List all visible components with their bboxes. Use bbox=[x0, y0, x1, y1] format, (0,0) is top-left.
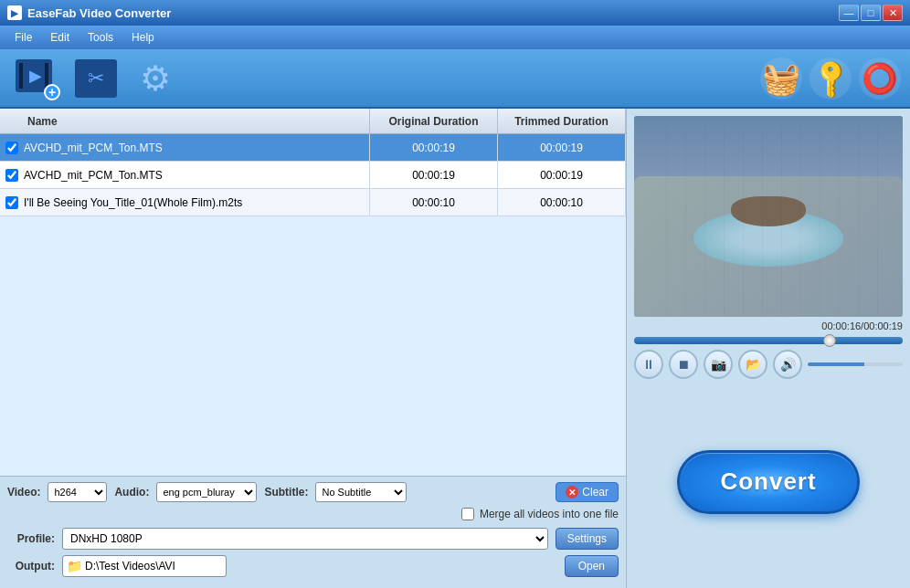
window-controls: — □ ✕ bbox=[839, 5, 903, 21]
shop-button[interactable]: 🧺 bbox=[760, 58, 802, 100]
close-button[interactable]: ✕ bbox=[883, 5, 903, 21]
minimize-button[interactable]: — bbox=[839, 5, 859, 21]
audio-label: Audio: bbox=[114, 486, 149, 499]
trimmed-duration-cell: 00:00:19 bbox=[498, 134, 626, 161]
col-original: Original Duration bbox=[370, 109, 498, 133]
output-path-input[interactable] bbox=[62, 555, 227, 577]
gear-icon: ⚙ bbox=[134, 58, 176, 100]
table-row[interactable]: I'll Be Seeing You_Title_01(Whole Film).… bbox=[0, 189, 626, 216]
row-checkbox[interactable] bbox=[5, 169, 18, 182]
snapshot-button[interactable]: 📷 bbox=[704, 350, 733, 379]
original-duration-cell: 00:00:19 bbox=[370, 162, 498, 188]
time-display: 00:00:16/00:00:19 bbox=[634, 320, 903, 331]
menu-tools[interactable]: Tools bbox=[79, 28, 122, 47]
open-file-button[interactable]: 📂 bbox=[738, 350, 767, 379]
profile-select[interactable]: DNxHD 1080P bbox=[62, 528, 548, 550]
row-checkbox[interactable] bbox=[5, 196, 18, 209]
output-wrapper: 📁 bbox=[62, 555, 557, 577]
profile-label: Profile: bbox=[7, 532, 55, 545]
add-video-button[interactable]: ▶ + bbox=[9, 53, 64, 103]
lifering-icon: ⭕ bbox=[862, 61, 898, 96]
original-duration-cell: 00:00:10 bbox=[370, 189, 498, 215]
toolbar-right-icons: 🧺 🔑 ⭕ bbox=[760, 58, 901, 100]
original-duration-cell: 00:00:19 bbox=[370, 134, 498, 161]
scissors-icon: ✂ bbox=[88, 67, 104, 90]
basket-icon: 🧺 bbox=[762, 60, 800, 97]
menu-edit[interactable]: Edit bbox=[41, 28, 79, 47]
seek-thumb[interactable] bbox=[823, 334, 836, 347]
file-name: AVCHD_mit_PCM_Ton.MTS bbox=[24, 169, 163, 182]
menu-file[interactable]: File bbox=[5, 28, 41, 47]
audio-select[interactable]: eng pcm_bluray bbox=[156, 482, 257, 502]
subtitle-label: Subtitle: bbox=[264, 486, 308, 499]
profile-settings-button[interactable]: Settings bbox=[556, 528, 619, 550]
merge-row: Merge all videos into one file bbox=[7, 508, 619, 520]
file-name-cell: AVCHD_mit_PCM_Ton.MTS bbox=[0, 162, 370, 188]
video-label: Video: bbox=[7, 486, 40, 499]
volume-button[interactable]: 🔊 bbox=[773, 350, 802, 379]
file-panel: Name Original Duration Trimmed Duration … bbox=[0, 109, 627, 588]
bottom-controls: Video: h264 Audio: eng pcm_bluray Subtit… bbox=[0, 476, 626, 524]
trimmed-duration-cell: 00:00:10 bbox=[498, 189, 626, 215]
main-content: Name Original Duration Trimmed Duration … bbox=[0, 109, 910, 588]
file-name-cell: AVCHD_mit_PCM_Ton.MTS bbox=[0, 134, 370, 161]
app-icon: ▶ bbox=[7, 5, 22, 20]
folder-icon: 📁 bbox=[67, 559, 82, 573]
row-checkbox[interactable] bbox=[5, 142, 18, 154]
preview-panel: 00:00:16/00:00:19 ⏸ ⏹ 📷 📂 🔊 Convert bbox=[627, 109, 910, 588]
clear-x-icon: ✕ bbox=[566, 486, 578, 499]
app-title: EaseFab Video Converter bbox=[27, 6, 171, 20]
file-name-cell: I'll Be Seeing You_Title_01(Whole Film).… bbox=[0, 189, 370, 215]
table-header: Name Original Duration Trimmed Duration bbox=[0, 109, 626, 134]
pause-button[interactable]: ⏸ bbox=[634, 350, 663, 379]
seek-bar[interactable] bbox=[634, 337, 903, 344]
edit-video-button[interactable]: ✂ bbox=[69, 53, 123, 103]
file-table: Name Original Duration Trimmed Duration … bbox=[0, 109, 626, 476]
menubar: File Edit Tools Help bbox=[0, 26, 910, 49]
merge-checkbox[interactable] bbox=[461, 508, 474, 520]
register-button[interactable]: 🔑 bbox=[809, 58, 852, 100]
toolbar: ▶ + ✂ ⚙ 🧺 🔑 ⭕ bbox=[0, 49, 910, 109]
convert-button[interactable]: Convert bbox=[677, 450, 860, 514]
subtitle-select[interactable]: No Subtitle bbox=[315, 482, 407, 502]
add-icon: + bbox=[44, 84, 60, 100]
col-name: Name bbox=[0, 109, 370, 133]
help-button[interactable]: ⭕ bbox=[859, 58, 901, 100]
file-name: AVCHD_mit_PCM_Ton.MTS bbox=[24, 142, 163, 154]
volume-slider[interactable] bbox=[808, 362, 903, 366]
output-row: Output: 📁 Open bbox=[7, 555, 619, 577]
track-row: Video: h264 Audio: eng pcm_bluray Subtit… bbox=[7, 482, 619, 502]
menu-help[interactable]: Help bbox=[122, 28, 164, 47]
col-trimmed: Trimmed Duration bbox=[498, 109, 626, 133]
stop-button[interactable]: ⏹ bbox=[669, 350, 698, 379]
titlebar: ▶ EaseFab Video Converter — □ ✕ bbox=[0, 0, 910, 26]
profile-row: Profile: DNxHD 1080P Settings bbox=[7, 528, 619, 550]
convert-section: Convert bbox=[634, 383, 903, 588]
trimmed-duration-cell: 00:00:19 bbox=[498, 162, 626, 188]
output-label: Output: bbox=[7, 560, 55, 572]
bottom-form: Profile: DNxHD 1080P Settings Output: 📁 … bbox=[0, 524, 626, 588]
playback-controls: ⏸ ⏹ 📷 📂 🔊 bbox=[634, 350, 903, 379]
video-preview bbox=[634, 116, 903, 317]
settings-button[interactable]: ⚙ bbox=[128, 53, 183, 103]
maximize-button[interactable]: □ bbox=[861, 5, 881, 21]
merge-label: Merge all videos into one file bbox=[480, 508, 619, 520]
key-icon: 🔑 bbox=[808, 55, 854, 101]
file-name: I'll Be Seeing You_Title_01(Whole Film).… bbox=[24, 196, 242, 209]
clear-button[interactable]: ✕ Clear bbox=[556, 482, 619, 502]
open-folder-button[interactable]: Open bbox=[565, 555, 619, 577]
table-row[interactable]: AVCHD_mit_PCM_Ton.MTS 00:00:19 00:00:19 bbox=[0, 162, 626, 189]
table-row[interactable]: AVCHD_mit_PCM_Ton.MTS 00:00:19 00:00:19 bbox=[0, 134, 626, 162]
preview-image bbox=[634, 116, 903, 317]
video-select[interactable]: h264 bbox=[48, 482, 107, 502]
